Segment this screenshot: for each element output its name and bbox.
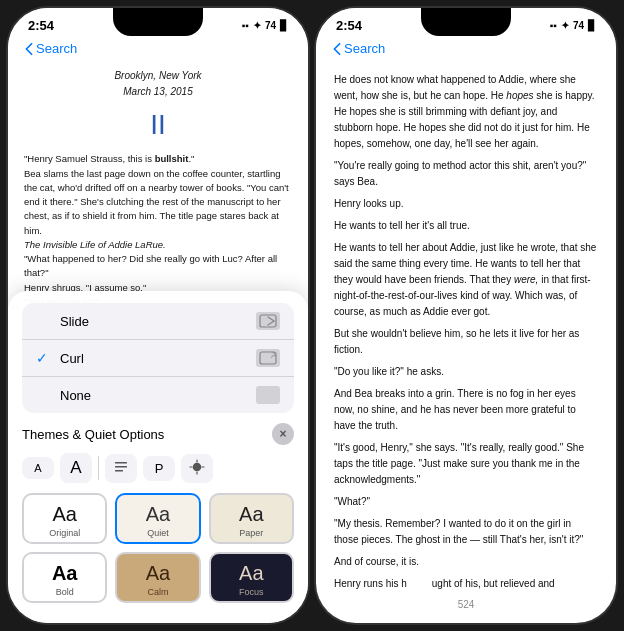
overlay-panel: Slide ✓ Curl None <box>8 291 308 623</box>
svg-point-8 <box>194 463 201 470</box>
text-increase-button[interactable]: A <box>60 453 92 483</box>
svg-rect-6 <box>115 470 123 472</box>
brightness-icon[interactable] <box>181 454 213 483</box>
theme-bold[interactable]: Aa Bold <box>22 552 107 603</box>
svg-rect-4 <box>115 462 127 464</box>
theme-original[interactable]: Aa Original <box>22 493 107 544</box>
notch <box>113 8 203 36</box>
text-decrease-button[interactable]: A <box>22 457 54 479</box>
themes-header: Themes & Quiet Options × <box>22 423 294 445</box>
book-location: Brooklyn, New YorkMarch 13, 2015 <box>24 68 292 99</box>
nav-bar-left: Search <box>8 37 308 60</box>
theme-calm[interactable]: Aa Calm <box>115 552 200 603</box>
right-phone: 2:54 ▪▪ ✦ 74 ▊ Search He does not know w… <box>316 8 616 623</box>
page-number: 524 <box>316 595 616 614</box>
transition-options: Slide ✓ Curl None <box>22 303 294 413</box>
paragraph-icon[interactable] <box>105 454 137 483</box>
curl-icon <box>256 349 280 367</box>
slide-icon <box>256 312 280 330</box>
themes-title: Themes & Quiet Options <box>22 427 164 442</box>
transition-none[interactable]: None <box>22 377 294 413</box>
chapter-number: II <box>24 103 292 146</box>
time-right: 2:54 <box>336 18 362 33</box>
status-icons-right: ▪▪ ✦ 74 ▊ <box>550 20 596 31</box>
back-button-right[interactable]: Search <box>332 41 385 56</box>
theme-quiet[interactable]: Aa Quiet <box>115 493 200 544</box>
time-left: 2:54 <box>28 18 54 33</box>
status-icons-left: ▪▪ ✦ 74 ▊ <box>242 20 288 31</box>
nav-bar-right: Search <box>316 37 616 60</box>
back-button-left[interactable]: Search <box>24 41 77 56</box>
font-icon[interactable]: P <box>143 456 175 481</box>
app-container: 2:54 ▪▪ ✦ 74 ▊ Search Brooklyn, New York… <box>0 0 624 631</box>
text-size-row: A A P <box>22 453 294 483</box>
svg-line-1 <box>268 317 274 321</box>
theme-paper[interactable]: Aa Paper <box>209 493 294 544</box>
svg-line-2 <box>268 321 274 325</box>
left-phone: 2:54 ▪▪ ✦ 74 ▊ Search Brooklyn, New York… <box>8 8 308 623</box>
notch-right <box>421 8 511 36</box>
theme-focus[interactable]: Aa Focus <box>209 552 294 603</box>
themes-grid: Aa Original Aa Quiet Aa Paper <box>22 493 294 603</box>
svg-rect-5 <box>115 466 127 468</box>
separator <box>98 456 99 480</box>
reading-content: He does not know what happened to Addie,… <box>316 60 616 595</box>
transition-slide[interactable]: Slide <box>22 303 294 340</box>
none-icon <box>256 386 280 404</box>
close-button[interactable]: × <box>272 423 294 445</box>
transition-curl[interactable]: ✓ Curl <box>22 340 294 377</box>
